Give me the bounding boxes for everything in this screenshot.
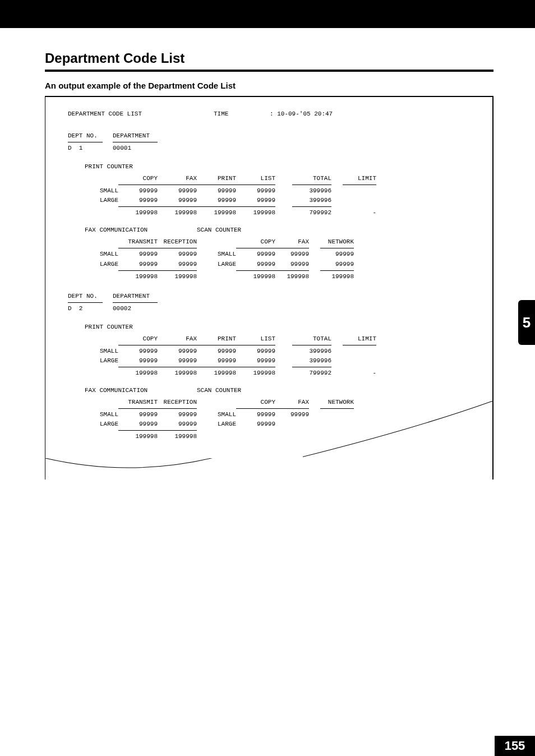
faxscan-labels: FAX COMMUNICATIONSCAN COUNTER xyxy=(85,386,481,395)
cell: 799992 xyxy=(275,208,331,218)
cell: 199998 xyxy=(197,208,236,218)
hdr-fax: FAX xyxy=(158,334,197,344)
cell: 99999 xyxy=(275,410,309,420)
cell: 199998 xyxy=(158,432,197,441)
hdr-copy: COPY xyxy=(118,174,158,183)
cell: 399996 xyxy=(275,196,331,205)
cell: 199998 xyxy=(118,208,158,218)
print-totals-row: 199998199998199998199998799992- xyxy=(85,368,481,378)
print-large-row: LARGE99999999999999999999399996 xyxy=(85,356,481,366)
cell: 199998 xyxy=(158,208,197,218)
faxscan-headers: TRANSMITRECEPTIONCOPYFAXNETWORK xyxy=(85,398,481,407)
top-black-bar xyxy=(0,0,535,28)
cell: 99999 xyxy=(236,420,275,429)
faxscan-large-row: LARGE9999999999LARGE999999999999999 xyxy=(85,260,481,269)
lbl-large: LARGE xyxy=(85,260,118,269)
cell: 99999 xyxy=(236,410,275,420)
print-counter-label: PRINT COUNTER xyxy=(85,162,481,172)
hdr-copy: COPY xyxy=(118,334,158,344)
lbl-small: SMALL xyxy=(85,186,118,196)
lbl-large: LARGE xyxy=(85,420,118,429)
hdr-reception: RECEPTION xyxy=(158,398,197,407)
dept-header-labels: DEPT NO.DEPARTMENT xyxy=(68,131,481,141)
cell: 99999 xyxy=(118,250,158,259)
hdr-limit: LIMIT xyxy=(331,174,376,183)
report-title: DEPARTMENT CODE LIST xyxy=(68,109,214,119)
dept-no-label: DEPT NO. xyxy=(68,131,113,141)
cell: 99999 xyxy=(197,196,236,205)
dept-label: DEPARTMENT xyxy=(113,293,150,299)
cell: 99999 xyxy=(309,250,354,259)
cell: 399996 xyxy=(275,186,331,196)
cell: 99999 xyxy=(118,196,158,205)
hdr-scan-network: NETWORK xyxy=(309,398,354,407)
cell: 99999 xyxy=(158,260,197,269)
report-header-row: DEPARTMENT CODE LISTTIME: 10-09-'05 20:4… xyxy=(68,109,481,119)
cell: 99999 xyxy=(158,347,197,356)
cell: 99999 xyxy=(236,260,275,269)
hdr-print: PRINT xyxy=(197,174,236,183)
cell: 199998 xyxy=(197,368,236,378)
cell: 99999 xyxy=(158,196,197,205)
dept-header-labels: DEPT NO.DEPARTMENT xyxy=(68,292,481,301)
cell: - xyxy=(331,208,376,218)
hdr-fax: FAX xyxy=(158,174,197,183)
faxscan-labels: FAX COMMUNICATIONSCAN COUNTER xyxy=(85,225,481,235)
faxscan-headers: TRANSMITRECEPTIONCOPYFAXNETWORK xyxy=(85,237,481,247)
cell: 199998 xyxy=(236,272,275,282)
report-frame: DEPARTMENT CODE LISTTIME: 10-09-'05 20:4… xyxy=(45,96,494,480)
hdr-list: LIST xyxy=(236,174,275,183)
lbl-large: LARGE xyxy=(85,196,118,205)
lbl-large: LARGE xyxy=(197,260,236,269)
hdr-transmit: TRANSMIT xyxy=(118,237,158,247)
lbl-large: LARGE xyxy=(197,420,236,429)
cell: 99999 xyxy=(236,196,275,205)
cell: 99999 xyxy=(158,250,197,259)
print-totals-row: 199998199998199998199998799992- xyxy=(85,208,481,218)
hdr-scan-fax: FAX xyxy=(275,237,309,247)
hdr-transmit: TRANSMIT xyxy=(118,398,158,407)
hdr-list: LIST xyxy=(236,334,275,344)
faxscan-small-row: SMALL9999999999SMALL9999999999 xyxy=(85,410,481,420)
lbl-large: LARGE xyxy=(85,356,118,366)
cell: 99999 xyxy=(275,260,309,269)
hdr-scan-copy: COPY xyxy=(236,237,275,247)
print-counter-label: PRINT COUNTER xyxy=(85,322,481,332)
hdr-total: TOTAL xyxy=(275,174,331,183)
cell: 199998 xyxy=(118,432,158,441)
cell: 199998 xyxy=(158,272,197,282)
cell: 99999 xyxy=(118,356,158,366)
cell: 99999 xyxy=(118,260,158,269)
cell: 99999 xyxy=(236,186,275,196)
page-number: 155 xyxy=(495,736,535,756)
faxscan-totals-row: 199998199998199998199998199998 xyxy=(85,272,481,282)
cell: 99999 xyxy=(118,186,158,196)
cell: 99999 xyxy=(158,356,197,366)
cell: 99999 xyxy=(197,186,236,196)
cell: 99999 xyxy=(309,260,354,269)
cell: 99999 xyxy=(197,347,236,356)
time-label: TIME xyxy=(214,109,270,119)
page-title: Department Code List xyxy=(45,50,494,66)
print-small-row: SMALL99999999999999999999399996 xyxy=(85,347,481,356)
hdr-total: TOTAL xyxy=(275,334,331,344)
subtitle: An output example of the Department Code… xyxy=(45,81,494,90)
cell: 99999 xyxy=(197,356,236,366)
page-curl-icon xyxy=(45,458,213,480)
cell: 799992 xyxy=(275,368,331,378)
dept-no: D 2 xyxy=(68,304,113,314)
cell: 199998 xyxy=(309,272,354,282)
dept-row: D 100001 xyxy=(68,144,481,153)
cell: - xyxy=(331,368,376,378)
print-large-row: LARGE99999999999999999999399996 xyxy=(85,196,481,205)
lbl-small: SMALL xyxy=(197,250,236,259)
print-small-row: SMALL99999999999999999999399996 xyxy=(85,186,481,196)
cell: 99999 xyxy=(236,347,275,356)
dept-label: DEPARTMENT xyxy=(113,132,150,139)
dept-name: 00002 xyxy=(113,305,131,312)
hdr-reception: RECEPTION xyxy=(158,237,197,247)
faxscan-large-row: LARGE9999999999LARGE99999 xyxy=(85,420,481,429)
print-headers: COPYFAXPRINTLISTTOTALLIMIT xyxy=(85,174,481,183)
hdr-scan-fax: FAX xyxy=(275,398,309,407)
cell: 199998 xyxy=(236,208,275,218)
